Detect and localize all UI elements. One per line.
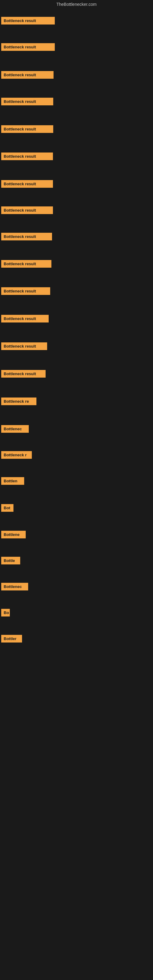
bottleneck-result-badge[interactable]: Bottlenec xyxy=(1,583,28,590)
bottleneck-result-badge[interactable]: Bottlen xyxy=(1,477,24,485)
list-item: Bottleneck re xyxy=(1,398,37,406)
bottleneck-result-badge[interactable]: Bottleneck result xyxy=(1,207,53,214)
list-item: Bottleneck result xyxy=(1,233,52,242)
list-item: Bottleneck result xyxy=(1,207,53,215)
bottleneck-result-badge[interactable]: Bottle xyxy=(1,557,20,565)
bottleneck-result-badge[interactable]: Bottleneck result xyxy=(1,98,53,105)
list-item: Bottle xyxy=(1,557,20,566)
list-item: Bottleneck result xyxy=(1,180,53,189)
list-item: Bottlene xyxy=(1,531,26,539)
bottleneck-result-badge[interactable]: Bottleneck re xyxy=(1,398,37,405)
bottleneck-result-badge[interactable]: Bottleneck result xyxy=(1,180,53,188)
list-item: Bottleneck result xyxy=(1,17,55,26)
list-item: Bot xyxy=(1,504,13,513)
bottleneck-result-badge[interactable]: Bottleneck result xyxy=(1,233,52,240)
list-item: Bottleneck result xyxy=(1,43,55,52)
list-item: Bottleneck result xyxy=(1,260,51,269)
bottleneck-result-badge[interactable]: Bottler xyxy=(1,635,22,643)
bottleneck-result-badge[interactable]: Bo xyxy=(1,609,10,616)
list-item: Bottleneck r xyxy=(1,451,32,460)
list-item: Bottleneck result xyxy=(1,287,50,296)
list-item: Bottleneck result xyxy=(1,125,53,134)
bottleneck-result-badge[interactable]: Bottleneck result xyxy=(1,315,49,323)
bottleneck-result-badge[interactable]: Bottleneck result xyxy=(1,342,47,350)
bottleneck-result-badge[interactable]: Bottleneck result xyxy=(1,153,53,160)
bottleneck-result-badge[interactable]: Bottleneck r xyxy=(1,451,32,459)
site-title: TheBottlenecker.com xyxy=(0,0,153,9)
bottleneck-result-badge[interactable]: Bottleneck result xyxy=(1,43,55,51)
bottleneck-result-badge[interactable]: Bottleneck result xyxy=(1,260,51,268)
list-item: Bottleneck result xyxy=(1,370,46,379)
bottleneck-result-badge[interactable]: Bottleneck result xyxy=(1,71,54,79)
bottleneck-result-badge[interactable]: Bot xyxy=(1,504,13,512)
list-item: Bottleneck result xyxy=(1,153,53,161)
list-item: Bottleneck result xyxy=(1,315,49,324)
list-item: Bottlenec xyxy=(1,583,28,592)
bottleneck-result-badge[interactable]: Bottlenec xyxy=(1,425,29,433)
bottleneck-result-badge[interactable]: Bottleneck result xyxy=(1,287,50,295)
list-item: Bo xyxy=(1,609,10,618)
bottleneck-result-badge[interactable]: Bottleneck result xyxy=(1,125,53,133)
list-item: Bottleneck result xyxy=(1,98,53,107)
list-item: Bottlen xyxy=(1,477,24,486)
bottleneck-result-badge[interactable]: Bottleneck result xyxy=(1,17,55,24)
list-item: Bottler xyxy=(1,635,22,644)
list-item: Bottleneck result xyxy=(1,342,47,351)
bottleneck-result-badge[interactable]: Bottlene xyxy=(1,531,26,538)
list-item: Bottlenec xyxy=(1,425,29,434)
bottleneck-result-badge[interactable]: Bottleneck result xyxy=(1,370,46,378)
list-item: Bottleneck result xyxy=(1,71,54,80)
